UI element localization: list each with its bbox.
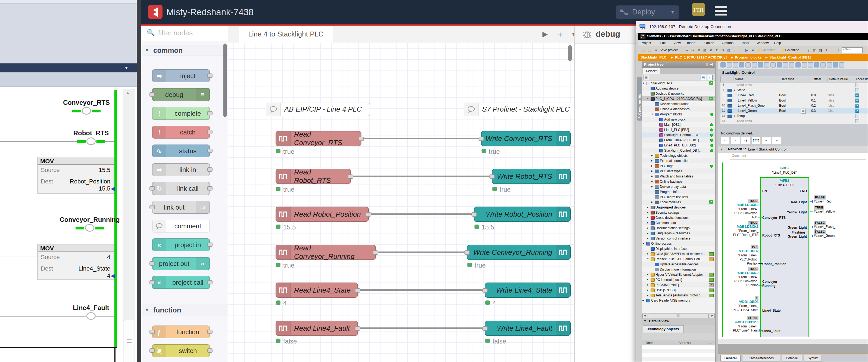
tree-view-icon[interactable]: ▤ xyxy=(701,75,706,80)
undo-icon[interactable]: ↶ xyxy=(714,47,720,53)
palette-node-function[interactable]: ƒfunction xyxy=(152,326,210,338)
ladder-scrollbar[interactable]: ▲ xyxy=(123,89,135,362)
menu-view[interactable]: View xyxy=(674,41,681,45)
output-port[interactable] xyxy=(348,174,353,179)
cell-default[interactable]: false xyxy=(828,104,834,108)
flow-node-Read-Line4_Fault[interactable]: Read Line4_Fault xyxy=(276,321,358,336)
tree-item-stacklight-control-db-[interactable]: Stacklight_Control_DB [.. xyxy=(642,148,715,153)
expand-tabs-icon[interactable]: ▶ xyxy=(542,30,548,38)
tree-item-common-data[interactable]: ▶Common data xyxy=(642,220,715,225)
menu-edit[interactable]: Edit xyxy=(660,41,666,45)
stop-cpu-icon[interactable]: ■ xyxy=(750,47,755,53)
open-project-icon[interactable]: ❐ xyxy=(647,47,652,53)
cell-name[interactable]: <Add new> xyxy=(736,119,753,123)
menu-window[interactable]: Window xyxy=(756,41,769,45)
split-icon[interactable] xyxy=(758,62,763,67)
input-port[interactable] xyxy=(483,288,488,293)
tree-item-card-reader-usb-memory[interactable]: ▶Card Reader/USB memory xyxy=(642,298,715,303)
add-tab-icon[interactable]: ＋ xyxy=(556,28,565,41)
palette-node-project-out[interactable]: «project out xyxy=(152,257,210,270)
network-title[interactable]: Line 4 Stacklight Control xyxy=(748,147,786,151)
input-port[interactable] xyxy=(490,174,495,179)
tree-expand-icon[interactable]: ▶ xyxy=(647,216,648,219)
print-icon[interactable]: ⌸ xyxy=(684,47,690,53)
operand-symbol[interactable]: #Line4_Red xyxy=(814,199,860,203)
coil-symbol[interactable] xyxy=(82,107,91,115)
mov-source-value[interactable]: 15.5 xyxy=(99,167,110,174)
output-port[interactable] xyxy=(207,243,213,247)
output-port[interactable] xyxy=(207,349,213,353)
menu-project[interactable]: Project xyxy=(641,41,651,45)
tree-expand-icon[interactable]: ▶ xyxy=(651,160,653,162)
upload-icon[interactable]: ↑ xyxy=(738,47,744,53)
tree-expand-icon[interactable]: ▼ xyxy=(647,258,649,260)
coil-symbol[interactable] xyxy=(86,312,96,320)
rslogix-title-bar[interactable]: ▼ xyxy=(0,63,137,73)
tab-technology-objects[interactable]: Technology objects xyxy=(643,325,684,333)
checkbox-checked[interactable]: ✔ xyxy=(855,104,859,108)
cell-name[interactable]: <Add new> xyxy=(736,83,753,87)
tree-item-watch-and-force-tables[interactable]: ▶Watch and force tables xyxy=(642,174,715,179)
save-project-icon[interactable]: ▼ xyxy=(653,47,659,53)
checkbox-empty[interactable] xyxy=(855,88,859,92)
goto1-icon[interactable] xyxy=(777,62,782,67)
tree-item-cross-device-functions[interactable]: ▶Cross-device functions xyxy=(642,215,715,220)
go-offline-label[interactable]: Go offline xyxy=(785,48,799,52)
tree-item-update-accessible-devices[interactable]: Update accessible devices xyxy=(642,261,715,267)
output-port[interactable] xyxy=(207,130,213,134)
tree-item-line4-plc-db-db2-[interactable]: Line4_PLC_DB [DB2] xyxy=(642,143,715,148)
palette-node-catch[interactable]: !catch xyxy=(152,126,210,139)
palette-node-comment[interactable]: comment xyxy=(152,220,210,232)
tree-item-add-new-block[interactable]: Add new block xyxy=(642,117,715,122)
tree-item-plcsim-pn-ie-[interactable]: ▶PLCSIM [PN/IE]✗ xyxy=(642,282,715,287)
table-row-9[interactable]: 9Line4_YellowBool0.1false✔ xyxy=(720,98,868,104)
lad-network-canvas[interactable]: %DB2"Line4_PLC_DB"%FB2"Line4_PLC"ENENOCo… xyxy=(718,160,868,339)
operand-symbol[interactable]: #Line4_Green xyxy=(814,234,860,238)
cell-name[interactable]: Static xyxy=(737,88,745,92)
compile-icon[interactable]: ▦ xyxy=(726,47,732,53)
tree-expand-icon[interactable]: ▶ xyxy=(647,237,648,240)
tree-item-plc-alarm-text-lists[interactable]: PLC alarm text lists xyxy=(642,194,715,199)
tree-item-devices-networks[interactable]: Devices & networks xyxy=(642,91,715,96)
network-collapse-icon[interactable]: ▼ xyxy=(720,148,723,151)
output-port[interactable] xyxy=(366,212,371,217)
input-port[interactable] xyxy=(478,137,484,141)
output-port[interactable] xyxy=(373,250,378,255)
palette-search[interactable]: 🔍 filter nodes xyxy=(141,26,228,41)
table-row-6[interactable]: 6<Add new> xyxy=(720,82,868,88)
tree-item-device-proxy-data[interactable]: ▶Device proxy data xyxy=(642,184,715,189)
tree-expand-icon[interactable]: ▶ xyxy=(651,175,653,177)
palette-node-inject[interactable]: ⇒inject xyxy=(152,69,210,82)
input-port[interactable] xyxy=(150,92,155,96)
network-header[interactable]: ▼Network 1:Line 4 Stacklight Control xyxy=(718,146,868,153)
tab-line4-to-stacklight[interactable]: Line 4 to Stacklight PLC xyxy=(239,26,333,43)
flow-node-Write-Line4_State[interactable]: Write Line4_State xyxy=(485,282,571,298)
input-port[interactable] xyxy=(150,349,155,353)
canvas-scrollbar-thumb[interactable] xyxy=(568,45,572,61)
tree-item-line4-plc-fb2-[interactable]: Line4_PLC [FB2] xyxy=(642,127,715,132)
palette-scrollbar[interactable] xyxy=(223,44,227,117)
coil-tag-label[interactable]: Conveyor_RTS xyxy=(45,99,127,106)
checkbox-checked[interactable]: ✔ xyxy=(855,109,859,113)
output-port[interactable] xyxy=(207,280,213,284)
tree-expand-icon[interactable]: ▶ xyxy=(651,180,653,183)
mov-instruction[interactable]: MOVSource15.5DestRobot_Position15.5◀ xyxy=(37,157,114,194)
new-project-icon[interactable]: ❏ xyxy=(640,47,646,53)
tree-item-documentation-settings[interactable]: ▶Documentation settings xyxy=(642,225,715,230)
tree-expand-icon[interactable]: ▶ xyxy=(647,278,648,281)
menu-help[interactable]: Help xyxy=(774,41,781,45)
tree-expand-icon[interactable]: ▶ xyxy=(651,165,653,167)
tree-expand-icon[interactable]: ▼ xyxy=(651,113,653,115)
tree-expand-icon[interactable]: ▶ xyxy=(647,273,648,276)
table-row-7[interactable]: 7▼Static xyxy=(720,88,868,93)
breadcrumb-item[interactable]: Stacklight_Control [FB1] xyxy=(769,55,811,59)
breadcrumb-item[interactable]: Program blocks xyxy=(735,55,762,59)
network-comment[interactable]: Comment xyxy=(718,153,868,160)
operand-symbol[interactable]: "From_Line4_ PLC".Robot_ Position xyxy=(718,253,758,266)
plc-programming-side-tab[interactable]: PLC programming xyxy=(637,77,642,120)
sync-icon[interactable] xyxy=(839,62,844,67)
tab-syntax[interactable]: Syntax xyxy=(804,355,822,361)
palette-node-status[interactable]: ∿status xyxy=(152,144,210,157)
details-chevron-icon[interactable]: ▼ xyxy=(644,319,647,323)
tree-item-online-access[interactable]: ▼Online access xyxy=(642,241,715,246)
